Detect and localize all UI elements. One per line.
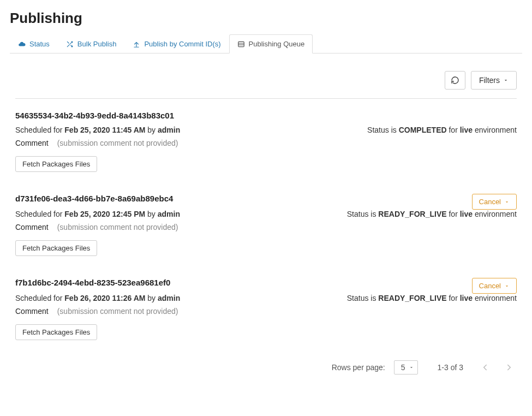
tab-status[interactable]: Status	[10, 34, 58, 54]
tab-bulk-publish[interactable]: Bulk Publish	[58, 34, 125, 54]
fetch-packages-button[interactable]: Fetch Packages Files	[15, 324, 97, 340]
status-text: Status is COMPLETED for live environment	[367, 126, 517, 134]
page-title: Publishing	[10, 10, 522, 27]
schedule-text: Scheduled for Feb 25, 2020 11:45 AM by a…	[15, 126, 180, 134]
queue-item: f7b1d6bc-2494-4ebd-8235-523ea9681ef0 Can…	[15, 266, 517, 350]
cancel-button[interactable]: Cancel	[472, 194, 517, 210]
comment-label: Comment	[15, 307, 49, 316]
tab-label: Bulk Publish	[77, 40, 117, 48]
tab-label: Status	[29, 40, 50, 48]
shuffle-icon	[66, 40, 74, 48]
comment-value: (submission comment not provided)	[57, 139, 178, 147]
pagination-bar: Rows per page: 5 1-3 of 3	[15, 350, 517, 385]
tab-publishing-queue[interactable]: Publishing Queue	[229, 34, 313, 54]
caret-down-icon	[504, 199, 510, 205]
queue-item-id: d731fe06-dea3-4d66-bb7e-8a69ab89ebc4	[15, 194, 173, 203]
fetch-packages-button[interactable]: Fetch Packages Files	[15, 156, 97, 172]
queue-item: d731fe06-dea3-4d66-bb7e-8a69ab89ebc4 Can…	[15, 182, 517, 266]
queue-item: 54635534-34b2-4b93-9edd-8a4143b83c01 Sch…	[15, 99, 517, 182]
comment-value: (submission comment not provided)	[57, 223, 178, 231]
upload-icon	[133, 40, 140, 48]
status-text: Status is READY_FOR_LIVE for live enviro…	[347, 294, 517, 302]
comment-label: Comment	[15, 139, 49, 147]
tab-label: Publish by Commit ID(s)	[144, 40, 220, 48]
caret-down-icon	[409, 365, 414, 370]
filters-button[interactable]: Filters	[471, 71, 517, 90]
schedule-text: Scheduled for Feb 26, 2020 11:26 AM by a…	[15, 294, 180, 302]
caret-down-icon	[503, 78, 509, 83]
refresh-icon	[451, 76, 459, 85]
status-text: Status is READY_FOR_LIVE for live enviro…	[347, 210, 517, 218]
page-size-value: 5	[401, 363, 405, 372]
fetch-packages-button[interactable]: Fetch Packages Files	[15, 240, 97, 256]
cloud-icon	[18, 40, 26, 48]
tab-bar: Status Bulk Publish Publish by Commit ID…	[10, 34, 522, 54]
caret-down-icon	[504, 283, 510, 289]
refresh-button[interactable]	[445, 71, 465, 90]
queue-item-id: 54635534-34b2-4b93-9edd-8a4143b83c01	[15, 111, 174, 120]
prev-page-button[interactable]	[477, 360, 493, 375]
tab-label: Publishing Queue	[249, 40, 305, 48]
comment-value: (submission comment not provided)	[57, 307, 178, 316]
comment-label: Comment	[15, 223, 49, 231]
next-page-button[interactable]	[501, 360, 517, 375]
cancel-label: Cancel	[479, 282, 501, 290]
page-size-select[interactable]: 5	[394, 360, 418, 375]
queue-item-id: f7b1d6bc-2494-4ebd-8235-523ea9681ef0	[15, 278, 170, 287]
rows-per-page-label: Rows per page:	[332, 363, 385, 372]
schedule-text: Scheduled for Feb 25, 2020 12:45 PM by a…	[15, 210, 180, 218]
filters-label: Filters	[479, 76, 500, 85]
tab-publish-by-commit[interactable]: Publish by Commit ID(s)	[124, 34, 229, 54]
pagination-range: 1-3 of 3	[438, 363, 463, 372]
list-icon	[237, 40, 245, 48]
toolbar: Filters	[15, 54, 517, 99]
svg-rect-0	[238, 41, 244, 46]
cancel-label: Cancel	[479, 198, 501, 206]
cancel-button[interactable]: Cancel	[472, 278, 517, 294]
